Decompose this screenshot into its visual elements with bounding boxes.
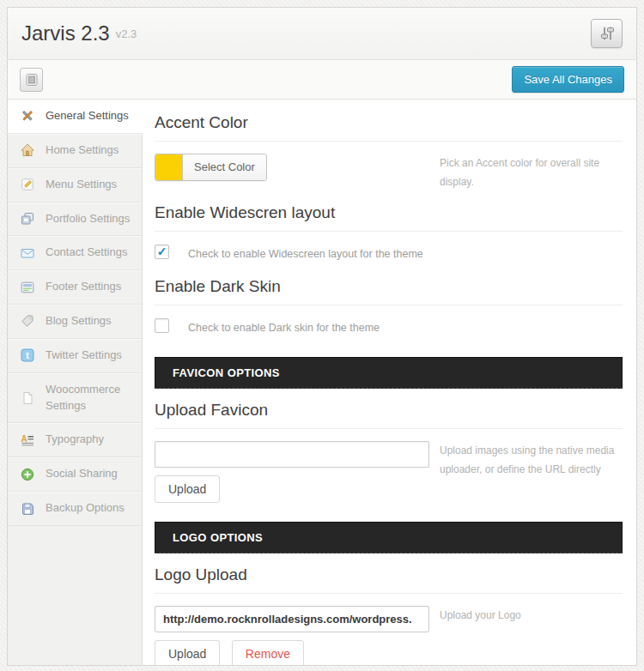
social-icon — [21, 468, 34, 481]
mail-icon — [21, 246, 34, 260]
footer-icon — [21, 281, 34, 294]
dark-skin-checkbox-row: Check to enable Dark skin for the theme — [155, 318, 623, 338]
portfolio-icon — [21, 212, 34, 226]
favicon-upload-button[interactable]: Upload — [155, 475, 220, 503]
sliders-icon — [598, 25, 616, 42]
checkmark-icon: ✓ — [157, 245, 167, 258]
collapse-panel-button[interactable] — [20, 68, 43, 92]
sidebar-item-backup-options[interactable]: Backup Options — [8, 492, 142, 526]
sidebar-item-general-settings[interactable]: General Settings — [8, 100, 143, 134]
sidebar-item-social-sharing[interactable]: Social Sharing — [8, 457, 142, 492]
twitter-icon: t — [21, 348, 34, 362]
logo-upload-heading: Logo Upload — [155, 565, 623, 594]
sidebar-item-twitter-settings[interactable]: t Twitter Settings — [8, 339, 142, 373]
sidebar-item-footer-settings[interactable]: Footer Settings — [8, 270, 142, 305]
favicon-options-banner: FAVICON OPTIONS — [155, 357, 623, 389]
tag-icon — [21, 314, 34, 328]
sidebar-item-label: Blog Settings — [46, 313, 112, 329]
version-label: v2.3 — [116, 27, 137, 40]
sidebar-item-menu-settings[interactable]: Menu Settings — [8, 168, 142, 203]
sidebar-item-label: Menu Settings — [46, 177, 117, 193]
accent-color-swatch[interactable] — [155, 154, 182, 180]
dark-skin-checkbox-label: Check to enable Dark skin for the theme — [188, 318, 380, 338]
home-icon — [21, 143, 34, 157]
sidebar-item-home-settings[interactable]: Home Settings — [8, 134, 142, 168]
logo-options-banner: LOGO OPTIONS — [155, 522, 623, 553]
sidebar-item-portfolio-settings[interactable]: Portfolio Settings — [8, 203, 142, 237]
page-icon — [21, 391, 34, 405]
options-sliders-button[interactable] — [591, 19, 623, 48]
widescreen-checkbox-row: ✓ Check to enable Widescreen layout for … — [155, 245, 623, 264]
sidebar-item-blog-settings[interactable]: Blog Settings — [8, 305, 142, 339]
widescreen-heading: Enable Widescren layout — [155, 203, 623, 232]
sidebar-item-label: Home Settings — [46, 142, 118, 159]
svg-text:A: A — [21, 433, 27, 443]
svg-text:t: t — [26, 350, 29, 360]
logo-url-input[interactable] — [155, 606, 429, 632]
toolbar: Save All Changes — [8, 60, 636, 100]
logo-upload-button[interactable]: Upload — [155, 640, 220, 665]
settings-sidebar: General Settings Home Settings Menu Sett… — [8, 100, 143, 665]
sidebar-item-typography[interactable]: A Typography — [8, 423, 142, 457]
main-area: General Settings Home Settings Menu Sett… — [8, 100, 636, 665]
accent-color-row: Select Color Pick an Accent color for ov… — [155, 154, 623, 191]
accent-color-heading: Accent Color — [155, 113, 623, 142]
widescreen-checkbox-label: Check to enable Widescreen layout for th… — [188, 245, 423, 264]
page-title: Jarvis 2.3 — [21, 21, 110, 45]
sidebar-item-label: Footer Settings — [46, 279, 121, 295]
favicon-url-input[interactable] — [155, 441, 429, 468]
select-color-button[interactable]: Select Color — [182, 154, 266, 180]
color-picker[interactable]: Select Color — [155, 154, 267, 181]
sidebar-item-label: General Settings — [46, 108, 129, 124]
sidebar-item-woocommerce-settings[interactable]: Woocommerce Settings — [8, 373, 142, 424]
tools-icon — [21, 109, 34, 123]
pencil-icon — [21, 178, 34, 191]
favicon-description: Upload images using the native media upl… — [440, 441, 623, 503]
sidebar-item-contact-settings[interactable]: Contact Settings — [8, 236, 142, 270]
typography-icon: A — [21, 433, 34, 447]
dark-skin-heading: Enable Dark Skin — [155, 277, 623, 305]
sidebar-item-label: Typography — [46, 432, 104, 448]
theme-options-panel: Jarvis 2.3 v2.3 Save All Changes — [7, 7, 637, 666]
logo-description: Upload your Logo — [440, 606, 623, 665]
accent-color-description: Pick an Accent color for overall site di… — [440, 154, 623, 191]
logo-remove-button[interactable]: Remove — [232, 640, 304, 665]
save-all-changes-button[interactable]: Save All Changes — [512, 66, 624, 93]
sidebar-item-label: Contact Settings — [46, 245, 127, 261]
favicon-upload-row: Upload Upload images using the native me… — [155, 441, 623, 503]
sidebar-item-label: Woocommerce Settings — [46, 382, 133, 414]
sidebar-item-label: Portfolio Settings — [46, 211, 130, 227]
panel-toggle-icon — [26, 73, 38, 87]
widescreen-checkbox[interactable]: ✓ — [155, 245, 169, 259]
settings-content: Accent Color Select Color Pick an Accent… — [143, 100, 636, 665]
sidebar-item-label: Twitter Settings — [46, 348, 122, 364]
sidebar-item-label: Backup Options — [46, 500, 125, 517]
backup-icon — [21, 502, 34, 516]
upload-favicon-heading: Upload Favicon — [155, 401, 623, 429]
dark-skin-checkbox[interactable] — [155, 318, 169, 333]
header: Jarvis 2.3 v2.3 — [8, 8, 636, 60]
logo-upload-row: Upload Remove JARVIS Upload your Logo — [155, 606, 623, 665]
sidebar-item-label: Social Sharing — [46, 466, 118, 482]
